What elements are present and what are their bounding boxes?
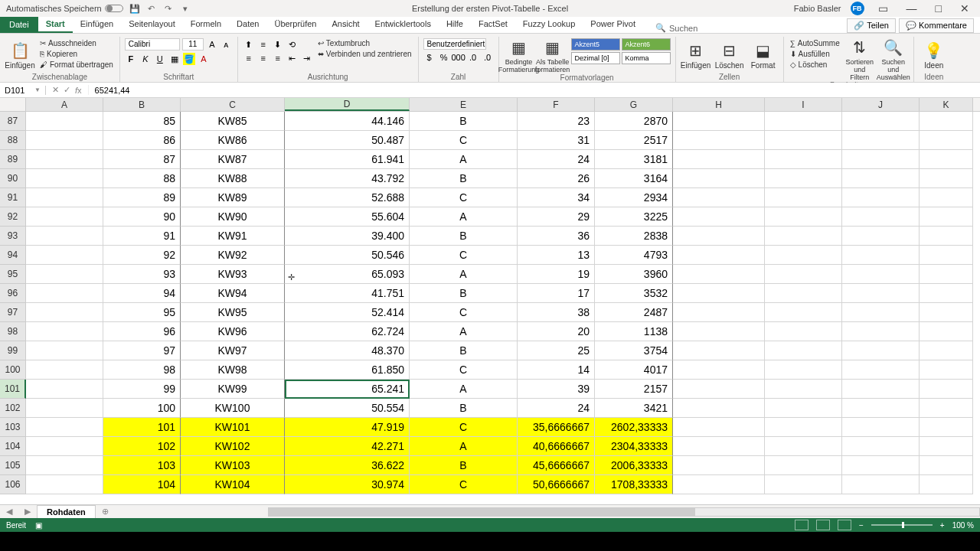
cell[interactable]: C	[410, 188, 518, 207]
cell[interactable]: 48.370	[285, 341, 410, 360]
chevron-down-icon[interactable]: ▼	[34, 86, 41, 93]
cell[interactable]: KW98	[181, 360, 285, 380]
row-header[interactable]: 100	[0, 360, 26, 380]
column-header-B[interactable]: B	[103, 98, 181, 111]
enter-formula-icon[interactable]: ✓	[64, 85, 70, 95]
cell[interactable]: 96	[103, 322, 181, 341]
cell[interactable]: KW93	[181, 265, 285, 284]
autosave-toggle[interactable]: Automatisches Speichern	[6, 4, 123, 13]
cell[interactable]: 40,6666667	[518, 437, 595, 456]
decrease-decimal-icon[interactable]: .0	[482, 51, 494, 64]
user-avatar[interactable]: FB	[851, 2, 864, 15]
cell[interactable]: KW92	[181, 246, 285, 265]
cell[interactable]	[920, 207, 973, 227]
row-header[interactable]: 104	[0, 437, 26, 456]
find-select-button[interactable]: 🔍Suchen und Auswählen	[878, 38, 909, 81]
cell[interactable]	[765, 112, 842, 131]
cell[interactable]	[26, 475, 103, 494]
clear-button[interactable]: ◇Löschen	[789, 60, 841, 70]
border-button[interactable]: ▦	[168, 53, 181, 65]
cell[interactable]: KW100	[181, 399, 285, 418]
minimize-icon[interactable]: —	[902, 2, 922, 15]
cell[interactable]: 45,6666667	[518, 456, 595, 475]
cell[interactable]: 89	[103, 188, 181, 207]
cell[interactable]	[920, 150, 973, 169]
cell[interactable]	[673, 303, 765, 322]
cell[interactable]: KW86	[181, 131, 285, 150]
cell[interactable]	[673, 341, 765, 360]
row-header[interactable]: 88	[0, 131, 26, 150]
row-header[interactable]: 90	[0, 169, 26, 188]
cell[interactable]: 50.487	[285, 131, 410, 150]
ribbon-tab-überprüfen[interactable]: Überprüfen	[266, 16, 324, 33]
cell[interactable]: 3181	[595, 150, 673, 169]
cell[interactable]: 2838	[595, 227, 673, 246]
increase-decimal-icon[interactable]: .0	[467, 51, 479, 64]
cell[interactable]	[26, 303, 103, 322]
redo-icon[interactable]: ↷	[163, 3, 174, 14]
tell-me-search[interactable]: 🔍 Suchen	[643, 23, 697, 33]
row-header[interactable]: 95	[0, 265, 26, 284]
cell[interactable]: 3164	[595, 169, 673, 188]
cell[interactable]	[920, 284, 973, 303]
cell[interactable]	[673, 265, 765, 284]
cell[interactable]: B	[410, 284, 518, 303]
fill-color-button[interactable]: 🪣	[183, 53, 195, 65]
cell[interactable]: KW97	[181, 341, 285, 360]
cell[interactable]	[765, 303, 842, 322]
cell[interactable]	[765, 456, 842, 475]
cell[interactable]	[26, 322, 103, 341]
cell[interactable]: B	[410, 112, 518, 131]
row-header[interactable]: 89	[0, 150, 26, 169]
cell[interactable]	[920, 380, 973, 399]
cell[interactable]: A	[410, 207, 518, 227]
cell[interactable]	[920, 227, 973, 246]
cell[interactable]: 91	[103, 227, 181, 246]
cell[interactable]	[920, 265, 973, 284]
undo-icon[interactable]: ↶	[146, 3, 157, 14]
align-left-icon[interactable]: ≡	[243, 52, 255, 64]
column-header-G[interactable]: G	[595, 98, 673, 111]
cell[interactable]	[920, 322, 973, 341]
column-header-F[interactable]: F	[518, 98, 595, 111]
maximize-icon[interactable]: □	[931, 2, 946, 15]
cell[interactable]	[842, 265, 920, 284]
italic-button[interactable]: K	[139, 53, 152, 65]
cell[interactable]: C	[410, 475, 518, 494]
cell[interactable]: 2870	[595, 112, 673, 131]
cell[interactable]	[673, 437, 765, 456]
horizontal-scrollbar[interactable]	[268, 507, 980, 517]
cell[interactable]	[920, 131, 973, 150]
cell[interactable]: 3532	[595, 284, 673, 303]
cell[interactable]: 50.554	[285, 399, 410, 418]
cell[interactable]: 20	[518, 322, 595, 341]
align-center-icon[interactable]: ≡	[257, 52, 270, 64]
cell[interactable]: 3225	[595, 207, 673, 227]
font-size-dropdown[interactable]: 11	[182, 38, 204, 51]
cell[interactable]	[765, 437, 842, 456]
fx-icon[interactable]: fx	[75, 86, 82, 95]
bold-button[interactable]: F	[125, 53, 137, 65]
cell[interactable]	[765, 150, 842, 169]
format-painter-button[interactable]: 🖌Format übertragen	[38, 60, 115, 70]
cell[interactable]: KW90	[181, 207, 285, 227]
thousands-icon[interactable]: 000	[452, 51, 465, 64]
conditional-formatting-button[interactable]: ▦Bedingte Formatierung	[504, 38, 534, 73]
sheet-nav-prev-icon[interactable]: ◀	[0, 507, 18, 517]
cell[interactable]: KW103	[181, 456, 285, 475]
cell[interactable]	[765, 341, 842, 360]
currency-icon[interactable]: $	[423, 51, 436, 64]
cell[interactable]	[765, 475, 842, 494]
cell[interactable]	[26, 360, 103, 380]
align-bottom-icon[interactable]: ⬇	[272, 38, 284, 51]
cell[interactable]	[765, 246, 842, 265]
cell[interactable]	[673, 322, 765, 341]
ribbon-tab-einfügen[interactable]: Einfügen	[73, 16, 121, 33]
row-header[interactable]: 96	[0, 284, 26, 303]
cell[interactable]	[26, 246, 103, 265]
row-header[interactable]: 99	[0, 341, 26, 360]
row-header[interactable]: 92	[0, 207, 26, 227]
cell[interactable]	[673, 227, 765, 246]
cell[interactable]: KW99	[181, 380, 285, 399]
cut-button[interactable]: ✂Ausschneiden	[38, 38, 115, 48]
